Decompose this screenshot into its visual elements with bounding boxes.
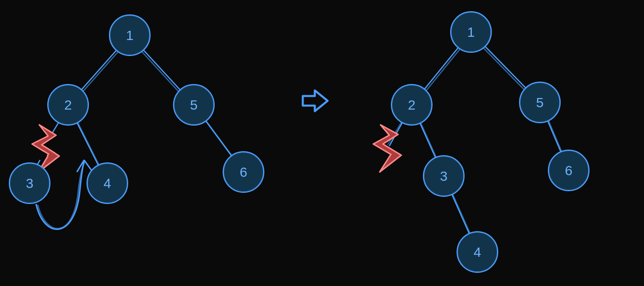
node-left-1: 1 xyxy=(109,14,151,56)
node-label: 3 xyxy=(440,168,448,184)
transition-arrow-icon xyxy=(303,90,328,111)
node-left-3: 3 xyxy=(9,162,50,204)
edge-layer xyxy=(0,0,644,286)
node-label: 6 xyxy=(240,164,248,180)
node-label: 3 xyxy=(26,176,34,191)
node-right-3: 3 xyxy=(423,155,465,197)
node-label: 4 xyxy=(474,244,481,260)
node-label: 6 xyxy=(565,163,573,178)
node-label: 4 xyxy=(104,176,111,191)
node-right-6: 6 xyxy=(548,150,590,191)
node-label: 2 xyxy=(64,97,72,113)
node-right-1: 1 xyxy=(450,11,492,53)
break-bolt-right xyxy=(373,125,401,172)
node-label: 1 xyxy=(126,28,134,43)
node-right-4: 4 xyxy=(457,231,498,273)
node-label: 2 xyxy=(408,97,416,113)
node-left-4: 4 xyxy=(87,162,128,204)
node-left-2: 2 xyxy=(47,84,89,126)
node-right-5: 5 xyxy=(519,82,561,123)
node-left-6: 6 xyxy=(223,151,264,193)
node-label: 5 xyxy=(190,97,198,113)
node-label: 1 xyxy=(467,24,475,40)
right-tree-edges xyxy=(388,32,570,254)
node-label: 5 xyxy=(536,95,544,110)
node-left-5: 5 xyxy=(173,84,215,126)
svg-line-20 xyxy=(389,120,404,146)
svg-line-21 xyxy=(388,121,402,145)
diagram-canvas: 1 2 5 3 4 6 1 2 5 3 6 4 xyxy=(0,0,644,286)
node-right-2: 2 xyxy=(391,84,433,126)
